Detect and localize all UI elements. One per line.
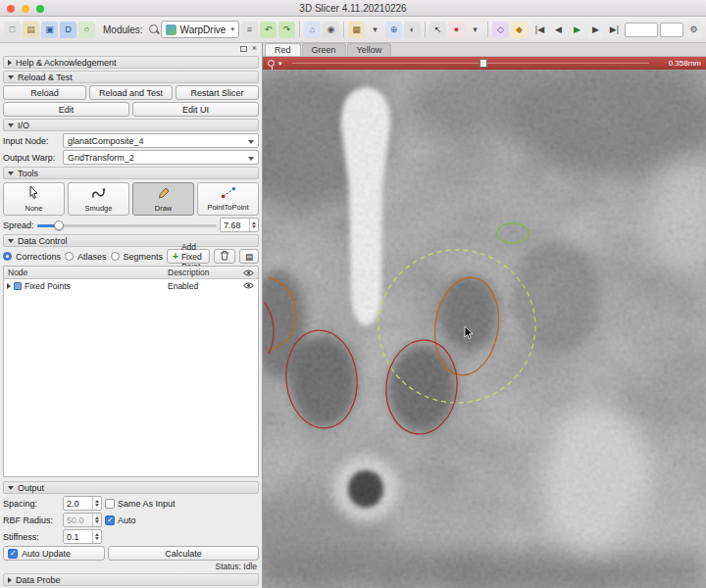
volume-rendering-icon[interactable]: ◇ [492, 22, 509, 38]
output-warp-combo[interactable]: GridTransform_2 [63, 150, 259, 165]
close-panel-icon[interactable]: × [252, 44, 257, 53]
spin-arrows-icon[interactable] [92, 497, 101, 510]
output-warp-label: Output Warp: [3, 153, 60, 163]
layout-icon[interactable]: ▦ [348, 22, 365, 38]
expand-arrow-icon[interactable] [7, 283, 11, 289]
table-body[interactable]: Fixed Points Enabled [4, 279, 258, 476]
same-as-input-checkbox[interactable] [105, 499, 115, 509]
home-icon[interactable]: ⌂ [304, 22, 321, 38]
minimize-window-button[interactable] [22, 5, 29, 13]
seq-first-icon[interactable]: |◀ [531, 22, 548, 38]
rbf-radius-spinbox[interactable]: 50.0 [63, 513, 102, 527]
close-window-button[interactable] [7, 5, 15, 13]
spin-arrows-icon[interactable] [92, 530, 101, 543]
view-tab-red[interactable]: Red [265, 43, 301, 56]
float-panel-icon[interactable] [240, 46, 247, 52]
save-scene-icon[interactable]: ▣ [41, 22, 58, 38]
zoom-window-button[interactable] [36, 5, 44, 13]
list-options-button[interactable]: ▤ [239, 249, 259, 264]
module-search-icon[interactable] [148, 24, 157, 36]
section-tools[interactable]: Tools [3, 167, 259, 179]
slice-menu-icon[interactable]: ▾ [278, 60, 282, 68]
point-to-point-icon [221, 186, 236, 201]
spin-arrows-icon[interactable] [249, 219, 258, 231]
reload-and-test-button[interactable]: Reload and Test [89, 85, 173, 100]
rbf-radius-label: RBF Radius: [3, 515, 60, 525]
module-selector[interactable]: WarpDrive ▾ [161, 21, 239, 38]
modules-label: Modules: [103, 24, 143, 35]
collapse-arrow-icon [8, 60, 12, 66]
seq-next-icon[interactable]: ▶ [587, 22, 604, 38]
spread-spinbox[interactable]: 7.68 [220, 218, 259, 232]
module-selector-value: WarpDrive [180, 24, 227, 35]
spread-slider[interactable] [37, 219, 217, 232]
spacing-label: Spacing: [3, 499, 60, 509]
red-slice-view[interactable] [263, 70, 706, 588]
section-reload-test[interactable]: Reload & Test [3, 71, 259, 83]
edit-button[interactable]: Edit [3, 102, 129, 117]
spacing-spinbox[interactable]: 2.0 [63, 496, 102, 511]
auto-rbf-checkbox[interactable] [105, 515, 115, 525]
radio-segments[interactable] [111, 252, 120, 261]
collapse-arrow-icon [8, 75, 14, 79]
section-data-probe[interactable]: Data Probe [3, 573, 259, 586]
slice-slider-handle[interactable] [479, 59, 487, 68]
seq-rate-combo[interactable] [625, 23, 658, 37]
window-level-icon[interactable]: ◐ [404, 22, 421, 38]
tool-smudge-button[interactable]: Smudge [68, 182, 129, 216]
section-help[interactable]: Help & Acknowledgement [3, 56, 259, 69]
slider-handle[interactable] [54, 220, 64, 230]
sample-data-icon[interactable]: ○ [78, 22, 95, 38]
view-tab-yellow[interactable]: Yellow [347, 43, 392, 56]
add-fixed-point-button[interactable]: Add Fixed Point [167, 249, 210, 264]
seq-play-icon[interactable]: ▶ [569, 22, 585, 38]
table-row-fixed-points[interactable]: Fixed Points Enabled [4, 279, 258, 292]
section-io[interactable]: I/O [3, 119, 259, 131]
crosshair-icon[interactable]: ⊕ [385, 22, 402, 38]
seq-last-icon[interactable]: ▶| [606, 22, 623, 38]
tool-point-to-point-button[interactable]: PointToPoint [197, 182, 259, 216]
section-output[interactable]: Output [3, 481, 259, 494]
mouse-interact-icon[interactable]: ↖ [429, 22, 446, 38]
pin-icon[interactable] [268, 60, 275, 67]
section-data-control[interactable]: Data Control [3, 234, 259, 247]
stiffness-label: Stiffness: [3, 532, 60, 542]
edit-ui-button[interactable]: Edit UI [132, 102, 259, 117]
calculate-button[interactable]: Calculate [108, 546, 259, 561]
delete-points-button[interactable] [214, 249, 235, 264]
view-tab-bar: RedGreenYellow [263, 43, 706, 57]
stiffness-spinbox[interactable]: 0.1 [63, 529, 102, 544]
slice-slider-track[interactable] [292, 63, 649, 64]
view-tab-green[interactable]: Green [302, 43, 346, 56]
layout-menu-icon[interactable]: ▾ [367, 22, 383, 38]
seq-prev-icon[interactable]: ◀ [550, 22, 567, 38]
radio-atlases[interactable] [65, 252, 74, 261]
module-back-icon[interactable]: ↶ [260, 22, 277, 38]
markups-icon[interactable]: ◆ [511, 22, 528, 38]
module-history-icon[interactable]: ≡ [241, 22, 258, 38]
eye-icon[interactable] [243, 281, 254, 291]
settings-gear-icon[interactable]: ⚙ [685, 22, 702, 38]
auto-update-toggle[interactable]: Auto Update [3, 546, 105, 561]
seq-index-spin[interactable] [660, 23, 683, 37]
restart-slicer-button[interactable]: Restart Slicer [176, 85, 259, 100]
module-next-icon[interactable]: ↷ [278, 22, 295, 38]
new-scene-icon[interactable]: □ [4, 22, 21, 38]
screenshot-icon[interactable]: ◉ [323, 22, 339, 38]
load-data-icon[interactable]: ▤ [23, 22, 39, 38]
collapse-arrow-icon [8, 577, 12, 583]
place-menu-icon[interactable]: ▾ [467, 22, 483, 38]
collapse-arrow-icon [8, 486, 14, 490]
place-point-icon[interactable]: ● [448, 22, 465, 38]
auto-update-checkbox[interactable] [8, 549, 18, 559]
tool-draw-button[interactable]: Draw [132, 182, 194, 216]
input-node-combo[interactable]: glanatComposite_4 [63, 133, 259, 148]
red-slice-controller[interactable]: ▾ 0.358mm [263, 57, 706, 70]
status-text: Status: Idle [5, 562, 257, 571]
tool-none-button[interactable]: None [3, 182, 65, 216]
table-header[interactable]: Node Description [4, 267, 258, 279]
spread-label: Spread: [3, 220, 34, 230]
dicom-icon[interactable]: D [60, 22, 76, 38]
reload-button[interactable]: Reload [3, 85, 86, 100]
radio-corrections[interactable] [3, 252, 12, 261]
